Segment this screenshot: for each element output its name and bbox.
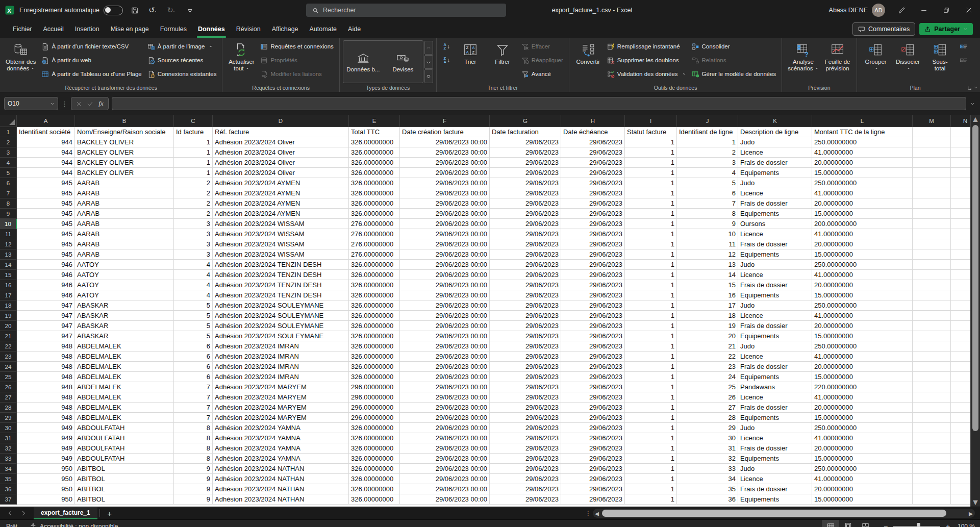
cell-H30[interactable]: 29/06/2023	[561, 423, 625, 433]
ribbon-button-dissocier[interactable]: Dissocier	[892, 39, 924, 83]
cell-E3[interactable]: 326.00000000	[349, 147, 400, 158]
cell-A34[interactable]: 950	[17, 464, 75, 474]
cell-K31[interactable]: Licence	[738, 433, 812, 443]
ribbon-button-actualiser-tout[interactable]: Actualisertout	[225, 39, 257, 83]
row-header-30[interactable]: 30	[0, 423, 17, 433]
cell-J7[interactable]: 6	[677, 188, 738, 198]
cell-J16[interactable]: 15	[677, 280, 738, 290]
cell-D9[interactable]: Adhésion 2023/2024 AYMEN	[213, 209, 349, 219]
cell-A32[interactable]: 949	[17, 443, 75, 454]
cell-H5[interactable]: 29/06/2023	[561, 168, 625, 178]
cell-B3[interactable]: BACKLEY OLIVER	[75, 147, 174, 158]
cell-L14[interactable]: 250.00000000	[812, 260, 913, 270]
cell-E37[interactable]: 326.00000000	[349, 494, 400, 505]
cell-E7[interactable]: 326.00000000	[349, 188, 400, 198]
cell-D28[interactable]: Adhésion 2023/2024 MARYEM	[213, 403, 349, 413]
cell-C27[interactable]: 7	[174, 392, 213, 403]
cell-J21[interactable]: 20	[677, 331, 738, 341]
gallery-more-button[interactable]	[424, 69, 433, 83]
cell-C15[interactable]: 4	[174, 270, 213, 280]
column-header-K[interactable]: K	[738, 115, 812, 127]
cell-M25[interactable]	[913, 372, 951, 382]
cell-L7[interactable]: 41.00000000	[812, 188, 913, 198]
cell-H18[interactable]: 29/06/2023	[561, 300, 625, 311]
cell-F2[interactable]: 29/06/2023 00:00	[400, 137, 490, 147]
cell-K22[interactable]: Judo	[738, 341, 812, 352]
cell-B13[interactable]: AARAB	[75, 249, 174, 260]
cell-G5[interactable]: 29/06/2023	[490, 168, 561, 178]
cell-C18[interactable]: 5	[174, 300, 213, 311]
cell-M28[interactable]	[913, 403, 951, 413]
cell-A29[interactable]: 948	[17, 413, 75, 423]
cell-M20[interactable]	[913, 321, 951, 331]
ribbon-button-avancé[interactable]: Avancé	[519, 67, 566, 81]
cell-C37[interactable]: 9	[174, 494, 213, 505]
cell-L35[interactable]: 41.00000000	[812, 474, 913, 484]
cell-M11[interactable]	[913, 229, 951, 239]
zoom-in-button[interactable]: +	[944, 522, 951, 527]
cell-A3[interactable]: 944	[17, 147, 75, 158]
cell-A6[interactable]: 945	[17, 178, 75, 188]
cell-B6[interactable]: AARAB	[75, 178, 174, 188]
cell-K8[interactable]: Frais de dossier	[738, 198, 812, 209]
cell-I35[interactable]: 1	[625, 474, 677, 484]
cell-J24[interactable]: 23	[677, 362, 738, 372]
cell-H23[interactable]: 29/06/2023	[561, 352, 625, 362]
cell-B23[interactable]: ABDELMALEK	[75, 352, 174, 362]
cell-C25[interactable]: 6	[174, 372, 213, 382]
cell-A37[interactable]: 950	[17, 494, 75, 505]
cell-C2[interactable]: 1	[174, 137, 213, 147]
cell-J9[interactable]: 8	[677, 209, 738, 219]
cell-J13[interactable]: 12	[677, 249, 738, 260]
cell-L31[interactable]: 41.00000000	[812, 433, 913, 443]
cell-D8[interactable]: Adhésion 2023/2024 AYMEN	[213, 198, 349, 209]
cell-M32[interactable]	[913, 443, 951, 454]
cell-B16[interactable]: AATOY	[75, 280, 174, 290]
cell-F31[interactable]: 29/06/2023 00:00	[400, 433, 490, 443]
cell-I18[interactable]: 1	[625, 300, 677, 311]
cell-E15[interactable]: 326.00000000	[349, 270, 400, 280]
cell-D7[interactable]: Adhésion 2023/2024 AYMEN	[213, 188, 349, 198]
accessibility-status[interactable]: Accessibilité : non disponible	[24, 523, 123, 527]
row-header-6[interactable]: 6	[0, 178, 17, 188]
cell-G10[interactable]: 29/06/2023	[490, 219, 561, 229]
cell-E36[interactable]: 326.00000000	[349, 484, 400, 494]
cell-C14[interactable]: 4	[174, 260, 213, 270]
cell-J29[interactable]: 28	[677, 413, 738, 423]
share-button[interactable]: Partager	[919, 23, 973, 35]
cell-J37[interactable]: 36	[677, 494, 738, 505]
cell-K6[interactable]: Judo	[738, 178, 812, 188]
cell-L10[interactable]: 200.00000000	[812, 219, 913, 229]
cell-A9[interactable]: 945	[17, 209, 75, 219]
cell-K3[interactable]: Licence	[738, 147, 812, 158]
row-header-8[interactable]: 8	[0, 198, 17, 209]
cell-L27[interactable]: 41.00000000	[812, 392, 913, 403]
cell-G7[interactable]: 29/06/2023	[490, 188, 561, 198]
cell-G37[interactable]: 29/06/2023	[490, 494, 561, 505]
cell-L4[interactable]: 20.00000000	[812, 158, 913, 168]
cell-E12[interactable]: 276.00000000	[349, 239, 400, 249]
cell-D22[interactable]: Adhésion 2023/2024 IMRAN	[213, 341, 349, 352]
cell-G8[interactable]: 29/06/2023	[490, 198, 561, 209]
cell-J33[interactable]: 32	[677, 454, 738, 464]
ribbon-button-feuille-de-pr-vision[interactable]: Feuille deprévision	[822, 39, 853, 83]
cell-I23[interactable]: 1	[625, 352, 677, 362]
cell-L21[interactable]: 15.00000000	[812, 331, 913, 341]
cell-I10[interactable]: 1	[625, 219, 677, 229]
cell-L25[interactable]: 15.00000000	[812, 372, 913, 382]
cell-J36[interactable]: 35	[677, 484, 738, 494]
cell-M24[interactable]	[913, 362, 951, 372]
cell-I33[interactable]: 1	[625, 454, 677, 464]
row-header-12[interactable]: 12	[0, 239, 17, 249]
cell-B35[interactable]: ABITBOL	[75, 474, 174, 484]
cell-D6[interactable]: Adhésion 2023/2024 AYMEN	[213, 178, 349, 188]
row-header-28[interactable]: 28	[0, 403, 17, 413]
row-header-24[interactable]: 24	[0, 362, 17, 372]
row-header-33[interactable]: 33	[0, 454, 17, 464]
data-type-devises[interactable]: Devises	[383, 41, 423, 83]
cell-K29[interactable]: Equipements	[738, 413, 812, 423]
cell-B14[interactable]: AATOY	[75, 260, 174, 270]
cell-F5[interactable]: 29/06/2023 00:00	[400, 168, 490, 178]
cell-B2[interactable]: BACKLEY OLIVER	[75, 137, 174, 147]
cell-D2[interactable]: Adhésion 2023/2024 Oliver	[213, 137, 349, 147]
